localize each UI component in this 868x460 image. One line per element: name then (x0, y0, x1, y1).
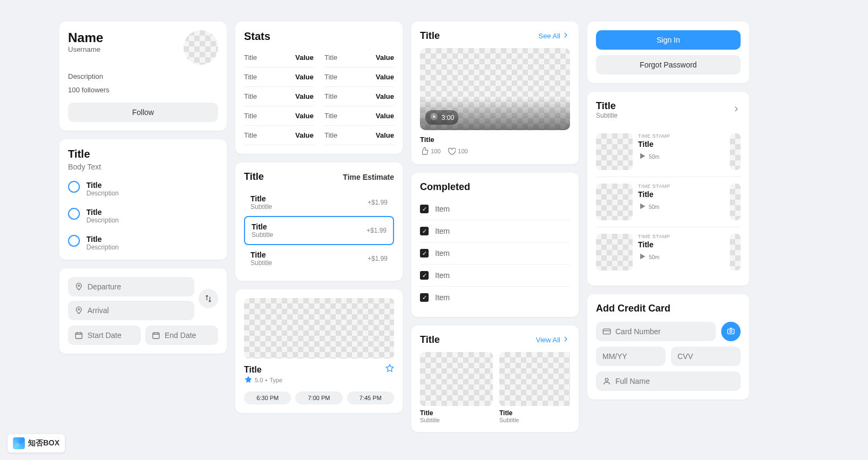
completed-item[interactable]: ✓Item (420, 265, 570, 287)
view-all-link[interactable]: View All (536, 335, 570, 345)
profile-description: Description (68, 72, 218, 80)
stats-header: Stats (244, 30, 394, 43)
radio-option-title: Title (86, 208, 119, 217)
episode-duration: 50m (649, 254, 659, 260)
completed-item[interactable]: ✓Item (420, 242, 570, 265)
start-date-input-wrap[interactable] (68, 326, 141, 345)
end-date-input-wrap[interactable] (145, 326, 218, 345)
media-image (244, 298, 394, 358)
radio-card: Title Body Text Title Description Title … (59, 139, 227, 260)
play-icon (638, 202, 647, 212)
forgot-password-button[interactable]: Forgot Password (596, 55, 741, 75)
scan-card-button[interactable] (721, 322, 741, 341)
cvv-wrap[interactable] (671, 347, 741, 366)
time-chip[interactable]: 6:30 PM (244, 391, 291, 404)
see-all-link[interactable]: See All (539, 31, 570, 41)
play-icon (638, 152, 647, 161)
videos-card: Title See All 3:00 Title 100 (411, 22, 579, 164)
estimate-option-selected[interactable]: Title Subtitle +$1.99 (244, 216, 394, 245)
radio-option[interactable]: Title Description (68, 235, 218, 251)
episode-item[interactable]: TIME STAMP Title 50m (596, 127, 741, 177)
estimate-title: Title (244, 171, 264, 182)
radio-circle-icon (68, 208, 80, 220)
arrival-input-wrap[interactable] (68, 301, 194, 320)
estimate-item-price: +$1.99 (368, 199, 388, 206)
episode-item[interactable]: TIME STAMP Title 50m (596, 177, 741, 227)
completed-item[interactable]: ✓Item (420, 198, 570, 220)
time-chip[interactable]: 7:45 PM (347, 391, 394, 404)
checkbox-checked-icon: ✓ (420, 271, 429, 280)
stat-value: Value (376, 92, 394, 100)
estimate-option[interactable]: Title Subtitle +$1.99 (244, 189, 394, 216)
heart-count: 100 (447, 147, 467, 155)
gallery-thumb (499, 352, 570, 406)
episode-thumb (596, 133, 633, 170)
completed-card: Completed ✓Item ✓Item ✓Item ✓Item ✓Item (411, 173, 579, 317)
svg-rect-2 (76, 333, 82, 339)
episodes-expand-button[interactable] (732, 105, 741, 115)
checkbox-checked-icon: ✓ (420, 205, 429, 213)
gallery-item-title: Title (499, 409, 570, 417)
avatar[interactable] (184, 30, 218, 65)
card-number-wrap[interactable] (596, 322, 716, 341)
estimate-item-title: Title (250, 251, 272, 259)
departure-input[interactable] (87, 282, 188, 291)
fullname-input[interactable] (615, 377, 734, 385)
camera-icon (727, 327, 735, 337)
estimate-item-price: +$1.99 (368, 255, 388, 262)
media-type: Type (269, 377, 282, 383)
completed-label: Item (435, 249, 450, 258)
video-thumbnail[interactable]: 3:00 (420, 48, 570, 130)
radio-option[interactable]: Title Description (68, 208, 218, 224)
episode-item[interactable]: TIME STAMP Title 50m (596, 227, 741, 277)
completed-item[interactable]: ✓Item (420, 220, 570, 242)
gallery-item[interactable]: Title Subtitle (420, 352, 493, 423)
expiry-input[interactable] (602, 352, 659, 361)
media-card: Title 5.0 • Type 6:30 PM 7:00 PM 7:45 PM (235, 289, 403, 413)
end-date-input[interactable] (165, 331, 212, 340)
completed-item[interactable]: ✓Item (420, 287, 570, 308)
credit-card-form: Add Credit Card (587, 294, 749, 400)
chevron-right-icon (561, 335, 570, 345)
cvv-input[interactable] (677, 352, 734, 361)
estimate-item-sub: Subtitle (250, 259, 272, 267)
episode-thumb (596, 184, 633, 220)
episode-thumb-peek (730, 234, 741, 270)
episode-timestamp: TIME STAMP (638, 184, 724, 189)
estimate-item-title: Title (252, 222, 273, 231)
video-item-title: Title (420, 136, 570, 144)
departure-input-wrap[interactable] (68, 277, 194, 296)
radio-option-desc: Description (86, 243, 119, 251)
videos-title: Title (420, 30, 440, 42)
stat-title: Title (324, 53, 337, 62)
stats-right-col: TitleValue TitleValue TitleValue TitleVa… (324, 48, 394, 145)
stat-value: Value (376, 131, 394, 139)
card-number-input[interactable] (615, 327, 709, 336)
gallery-item-sub: Subtitle (420, 417, 493, 423)
episode-title: Title (638, 240, 724, 249)
chevron-right-icon (732, 107, 741, 115)
estimate-option[interactable]: Title Subtitle +$1.99 (244, 245, 394, 272)
expiry-wrap[interactable] (596, 347, 666, 366)
time-chip[interactable]: 7:00 PM (295, 391, 342, 404)
arrival-input[interactable] (87, 306, 188, 315)
fullname-wrap[interactable] (596, 371, 741, 391)
gallery-item[interactable]: Title Subtitle (499, 352, 570, 423)
credit-card-icon (602, 327, 611, 336)
estimate-card: Title Time Estimate Title Subtitle +$1.9… (235, 163, 403, 281)
auth-card: Sign In Forgot Password (587, 22, 749, 83)
follow-button[interactable]: Follow (68, 103, 218, 122)
stat-title: Title (324, 112, 337, 120)
profile-username: Username (68, 45, 103, 53)
heart-value: 100 (458, 148, 467, 154)
estimate-item-title: Title (250, 194, 272, 203)
start-date-input[interactable] (87, 331, 134, 340)
signin-button[interactable]: Sign In (596, 30, 741, 50)
radio-option[interactable]: Title Description (68, 181, 218, 197)
episode-timestamp: TIME STAMP (638, 133, 724, 139)
radio-option-title: Title (86, 181, 119, 190)
swap-button[interactable] (199, 289, 218, 308)
svg-point-0 (78, 285, 80, 287)
stat-title: Title (244, 112, 257, 120)
favorite-button[interactable] (385, 364, 394, 375)
